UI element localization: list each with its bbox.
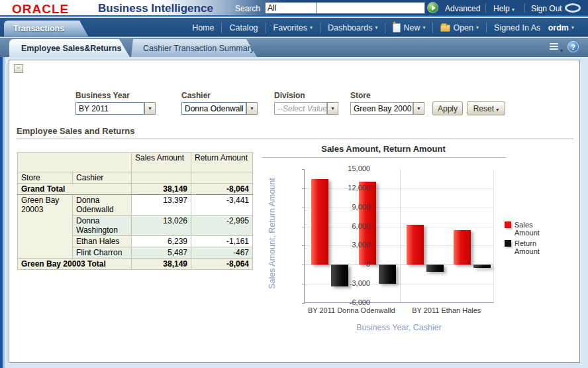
sales-value: 13,026 bbox=[132, 215, 191, 236]
user-name: ordm bbox=[548, 23, 569, 32]
y-tick-label: -6,000 bbox=[330, 298, 370, 306]
nav-dashboards[interactable]: Dashboards▾ bbox=[320, 21, 385, 34]
pivot-table-body: Sales AmountReturn AmountStoreCashierGra… bbox=[18, 153, 253, 270]
y-tick-mark bbox=[302, 284, 305, 284]
bar-sales-1[interactable] bbox=[311, 179, 328, 265]
nav-open[interactable]: Open▾ bbox=[433, 21, 486, 34]
y-tick-label: 6,000 bbox=[330, 222, 370, 230]
y-tick-label: 9,000 bbox=[330, 203, 370, 211]
tab-cashier-transaction-summary[interactable]: Cashier Transaction Summary bbox=[131, 39, 257, 57]
nav-catalog[interactable]: Catalog bbox=[222, 21, 265, 34]
dashboard-panel: − Business Year BY 2011 ▼ Cashier Donna … bbox=[9, 60, 580, 363]
y-tick-label: 12,000 bbox=[330, 184, 370, 192]
search-label: Search bbox=[235, 4, 260, 13]
cashier-input[interactable]: Donna Odenwall bbox=[181, 102, 246, 115]
main-navbar: Transactions Home Catalog Favorites▾ Das… bbox=[0, 18, 588, 37]
store-total-label: Green Bay 20003 Total bbox=[18, 259, 132, 270]
divider bbox=[524, 3, 525, 13]
table-cell bbox=[132, 172, 191, 184]
filter-label-division: Division bbox=[274, 91, 305, 100]
search-input[interactable] bbox=[316, 2, 425, 14]
y-tick-label: 15,000 bbox=[330, 164, 370, 172]
search-scope-value: All bbox=[268, 3, 276, 13]
cashier-dropdown-icon[interactable]: ▼ bbox=[246, 102, 258, 115]
help-menu[interactable]: Help ▾ bbox=[493, 4, 514, 13]
y-tick-mark bbox=[302, 188, 305, 189]
legend-swatch-icon bbox=[505, 221, 511, 228]
y-tick-mark bbox=[302, 227, 305, 227]
corner-cell bbox=[18, 153, 132, 172]
x-tick-label: BY 2011 Donna Odenwalld bbox=[299, 306, 405, 314]
pivot-table: Sales AmountReturn AmountStoreCashierGra… bbox=[17, 152, 253, 270]
table-cell bbox=[191, 172, 253, 184]
nav-favorites[interactable]: Favorites▾ bbox=[266, 21, 320, 34]
help-icon[interactable]: ? bbox=[567, 41, 579, 52]
apply-button[interactable]: Apply bbox=[432, 101, 463, 115]
dashboard-tab-transactions[interactable]: Transactions bbox=[4, 21, 89, 37]
reset-button[interactable]: Reset ▾ bbox=[467, 101, 505, 115]
y-tick-mark bbox=[302, 265, 305, 265]
store-cell: Green Bay 20003 bbox=[18, 195, 73, 259]
y-tick-label: 0 bbox=[330, 260, 370, 268]
cashier-cell: Donna Washington bbox=[73, 215, 132, 236]
col-header-return: Return Amount bbox=[191, 153, 253, 172]
signed-in-menu[interactable]: Signed In As ordm▾ bbox=[487, 21, 581, 34]
section-rule bbox=[17, 139, 573, 139]
page-options-icon[interactable] bbox=[550, 42, 562, 52]
new-document-icon bbox=[393, 23, 401, 32]
bar-return-2[interactable] bbox=[379, 265, 396, 284]
nav-home[interactable]: Home bbox=[185, 21, 221, 34]
store-dropdown-icon[interactable]: ▼ bbox=[413, 102, 424, 115]
col-header-sales: Sales Amount bbox=[132, 153, 191, 172]
legend-swatch-icon bbox=[505, 240, 511, 247]
cashier-cell: Donna Odenwalld bbox=[73, 195, 132, 215]
return-value: -1,161 bbox=[191, 236, 253, 247]
bar-return-3[interactable] bbox=[426, 265, 444, 272]
store-total-return: -8,064 bbox=[191, 259, 253, 270]
section-title: Employee Sales and Returns bbox=[17, 126, 134, 136]
chart-title: Sales Amount, Return Amount bbox=[261, 144, 506, 154]
dashboard-tab-label: Transactions bbox=[13, 24, 64, 33]
division-input[interactable]: --Select Value-- bbox=[274, 102, 327, 115]
advanced-link[interactable]: Advanced bbox=[445, 4, 480, 13]
grand-total-sales: 38,149 bbox=[132, 184, 191, 195]
col-header-store: Store bbox=[18, 172, 73, 184]
business-year-input[interactable]: BY 2011 bbox=[75, 102, 144, 115]
top-banner: ORACLE Business Intelligence Search All … bbox=[0, 0, 588, 17]
tab-label: Cashier Transaction Summary bbox=[143, 44, 254, 53]
y-tick-label: 3,000 bbox=[330, 241, 370, 249]
collapse-section-icon[interactable]: − bbox=[14, 64, 23, 73]
return-value: -3,441 bbox=[191, 195, 253, 215]
x-axis-title: Business Year, Cashier bbox=[304, 323, 494, 332]
bar-sales-4[interactable] bbox=[454, 230, 471, 265]
sign-out-link[interactable]: Sign Out bbox=[531, 4, 562, 13]
category-separator bbox=[400, 169, 401, 302]
col-header-cashier: Cashier bbox=[73, 172, 132, 184]
sales-value: 5,487 bbox=[132, 247, 191, 259]
y-tick-mark bbox=[302, 303, 305, 304]
legend-item: Sales Amount bbox=[505, 221, 558, 237]
chart-legend: Sales AmountReturn Amount bbox=[505, 221, 558, 258]
left-edge-strip bbox=[0, 57, 5, 368]
bar-sales-3[interactable] bbox=[407, 225, 424, 265]
business-year-dropdown-icon[interactable]: ▼ bbox=[144, 102, 156, 115]
return-value: -467 bbox=[191, 247, 253, 259]
division-dropdown-icon[interactable]: ▼ bbox=[327, 102, 338, 115]
search-go-icon[interactable] bbox=[427, 2, 438, 13]
return-value: -2,995 bbox=[191, 215, 253, 236]
y-axis-title: Sales Amount, Return Amount bbox=[268, 164, 277, 303]
filter-label-business-year: Business Year bbox=[75, 91, 130, 100]
bar-return-4[interactable] bbox=[473, 265, 491, 267]
store-total-sales: 38,149 bbox=[132, 259, 191, 270]
filter-label-store: Store bbox=[350, 91, 371, 100]
product-title: Business Intelligence bbox=[98, 2, 213, 15]
tab-employee-sales-returns[interactable]: Employee Sales&Returns bbox=[9, 39, 130, 57]
sales-returns-chart: Sales Amount, Return Amount Sales Amount… bbox=[261, 143, 565, 345]
oracle-ring-icon bbox=[565, 3, 581, 13]
store-select[interactable]: Green Bay 2000 bbox=[350, 102, 413, 115]
nav-new[interactable]: New▾ bbox=[385, 21, 432, 34]
grand-total-return: -8,064 bbox=[191, 184, 253, 195]
filter-label-cashier: Cashier bbox=[181, 91, 211, 100]
y-tick-mark bbox=[302, 169, 305, 170]
legend-label: Sales Amount bbox=[514, 221, 549, 237]
